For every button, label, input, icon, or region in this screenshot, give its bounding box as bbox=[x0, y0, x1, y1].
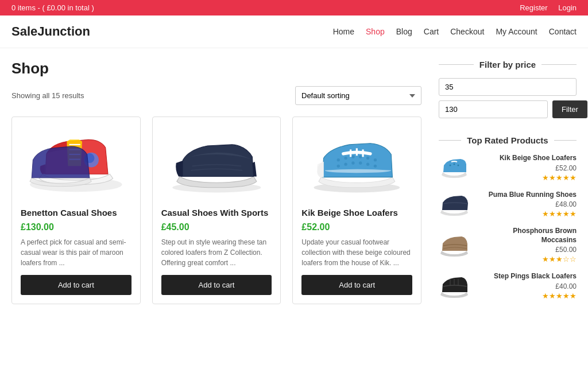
rated-stars-3: ★★★☆☆ bbox=[476, 255, 577, 263]
rated-item-3: Phosphorus Brown Moccasins £50.00 ★★★☆☆ bbox=[439, 227, 577, 263]
top-rated-divider-left bbox=[439, 140, 461, 141]
filter-row: Filter bbox=[439, 100, 577, 118]
price-max-input[interactable] bbox=[439, 78, 577, 96]
showing-results: Showing all 15 results bbox=[11, 91, 84, 100]
main-nav: Home Shop Blog Cart Checkout My Account … bbox=[333, 27, 577, 36]
svg-point-19 bbox=[366, 162, 369, 165]
top-bar-actions: Register Login bbox=[511, 3, 577, 12]
rated-stars-1: ★★★★★ bbox=[476, 173, 577, 182]
rated-img-3 bbox=[439, 232, 470, 258]
top-rated-title-row: Top Rated Products bbox=[439, 135, 577, 145]
product-grid: Benetton Casual Shoes £130.00 A perfect … bbox=[11, 117, 421, 304]
svg-point-9 bbox=[337, 158, 340, 161]
rated-img-1 bbox=[439, 155, 470, 181]
rated-info-4: Step Pings Black Loafers £40.00 ★★★★★ bbox=[476, 272, 577, 300]
filter-divider-left bbox=[439, 64, 474, 65]
rated-info-2: Puma Blue Running Shoes £48.00 ★★★★★ bbox=[476, 191, 577, 219]
product-name-3: Kik Beige Shoe Loafers bbox=[301, 207, 412, 219]
login-link[interactable]: Login bbox=[558, 3, 577, 12]
product-desc-2: Step out in style wearing these tan colo… bbox=[161, 237, 272, 268]
nav-shop[interactable]: Shop bbox=[366, 27, 385, 36]
svg-point-23 bbox=[458, 164, 459, 166]
main-container: Shop Showing all 15 results Default sort… bbox=[0, 48, 588, 320]
top-rated-section: Top Rated Products Kik Beige Sho bbox=[439, 135, 577, 300]
svg-point-12 bbox=[359, 156, 362, 158]
svg-point-14 bbox=[374, 158, 377, 161]
nav-checkout[interactable]: Checkout bbox=[450, 27, 484, 36]
add-to-cart-btn-1[interactable]: Add to cart bbox=[21, 275, 131, 295]
rated-img-4 bbox=[439, 273, 470, 299]
rated-price-1: £52.00 bbox=[476, 164, 577, 172]
top-bar: 0 items - ( £0.00 in total ) Register Lo… bbox=[0, 0, 588, 15]
rated-img-2 bbox=[439, 191, 470, 217]
add-to-cart-btn-3[interactable]: Add to cart bbox=[301, 275, 412, 295]
product-card-3: Kik Beige Shoe Loafers £52.00 Update you… bbox=[292, 117, 421, 304]
rated-price-3: £50.00 bbox=[476, 246, 577, 254]
filter-divider-right bbox=[541, 64, 577, 65]
nav-blog[interactable]: Blog bbox=[396, 27, 412, 36]
rated-name-2: Puma Blue Running Shoes bbox=[476, 191, 577, 200]
top-rated-divider-right bbox=[554, 140, 577, 141]
add-to-cart-btn-2[interactable]: Add to cart bbox=[161, 275, 272, 295]
rated-info-3: Phosphorus Brown Moccasins £50.00 ★★★☆☆ bbox=[476, 227, 577, 263]
product-name-1: Benetton Casual Shoes bbox=[21, 207, 131, 219]
register-link[interactable]: Register bbox=[520, 3, 547, 12]
header: SaleJunction Home Shop Blog Cart Checkou… bbox=[0, 15, 588, 48]
svg-point-15 bbox=[337, 165, 340, 168]
nav-myaccount[interactable]: My Account bbox=[496, 27, 537, 36]
product-price-2: £45.00 bbox=[161, 222, 272, 232]
product-card-2: Casual Shoes With Sports £45.00 Step out… bbox=[152, 117, 281, 304]
product-desc-1: A perfect pick for casual and semi-casua… bbox=[21, 237, 131, 268]
logo[interactable]: SaleJunction bbox=[11, 24, 90, 39]
shop-title: Shop bbox=[11, 60, 421, 77]
filter-section: Filter by price Filter bbox=[439, 60, 577, 118]
rated-name-1: Kik Beige Shoe Loafers bbox=[476, 154, 577, 163]
filter-button[interactable]: Filter bbox=[552, 100, 587, 118]
rated-name-3: Phosphorus Brown Moccasins bbox=[476, 227, 577, 245]
cart-info: 0 items - ( £0.00 in total ) bbox=[11, 3, 94, 12]
shop-toolbar: Showing all 15 results Default sorting S… bbox=[11, 86, 421, 105]
rated-stars-4: ★★★★★ bbox=[476, 292, 577, 300]
svg-point-17 bbox=[352, 161, 355, 164]
svg-point-13 bbox=[366, 157, 369, 160]
filter-title: Filter by price bbox=[479, 60, 536, 69]
nav-home[interactable]: Home bbox=[333, 27, 354, 36]
rated-item-2: Puma Blue Running Shoes £48.00 ★★★★★ bbox=[439, 191, 577, 219]
svg-point-21 bbox=[450, 164, 451, 166]
svg-point-20 bbox=[374, 165, 377, 168]
rated-item-4: Step Pings Black Loafers £40.00 ★★★★★ bbox=[439, 272, 577, 300]
product-image-3 bbox=[301, 126, 412, 200]
top-rated-title: Top Rated Products bbox=[467, 135, 548, 145]
product-image-1 bbox=[21, 126, 131, 200]
rated-price-4: £40.00 bbox=[476, 282, 577, 290]
nav-contact[interactable]: Contact bbox=[549, 27, 577, 36]
product-price-1: £130.00 bbox=[21, 222, 131, 232]
svg-point-16 bbox=[345, 162, 347, 165]
nav-cart[interactable]: Cart bbox=[424, 27, 439, 36]
product-image-2 bbox=[161, 126, 272, 200]
svg-point-11 bbox=[352, 156, 355, 158]
svg-point-22 bbox=[454, 163, 455, 165]
product-desc-3: Update your casual footwear collection w… bbox=[301, 237, 412, 268]
rated-price-2: £48.00 bbox=[476, 200, 577, 208]
rated-stars-2: ★★★★★ bbox=[476, 209, 577, 218]
product-name-2: Casual Shoes With Sports bbox=[161, 207, 272, 219]
rated-item-1: Kik Beige Shoe Loafers £52.00 ★★★★★ bbox=[439, 154, 577, 182]
svg-point-18 bbox=[359, 161, 362, 164]
sort-select[interactable]: Default sorting Sort by popularity Sort … bbox=[295, 86, 421, 105]
shop-content: Shop Showing all 15 results Default sort… bbox=[11, 60, 421, 309]
svg-point-10 bbox=[345, 157, 347, 160]
rated-info-1: Kik Beige Shoe Loafers £52.00 ★★★★★ bbox=[476, 154, 577, 182]
price-min-input[interactable] bbox=[439, 100, 548, 118]
product-price-3: £52.00 bbox=[301, 222, 412, 232]
rated-name-4: Step Pings Black Loafers bbox=[476, 272, 577, 281]
sidebar: Filter by price Filter Top Rated Product… bbox=[439, 60, 577, 309]
product-card-1: Benetton Casual Shoes £130.00 A perfect … bbox=[11, 117, 141, 304]
filter-title-row: Filter by price bbox=[439, 60, 577, 69]
